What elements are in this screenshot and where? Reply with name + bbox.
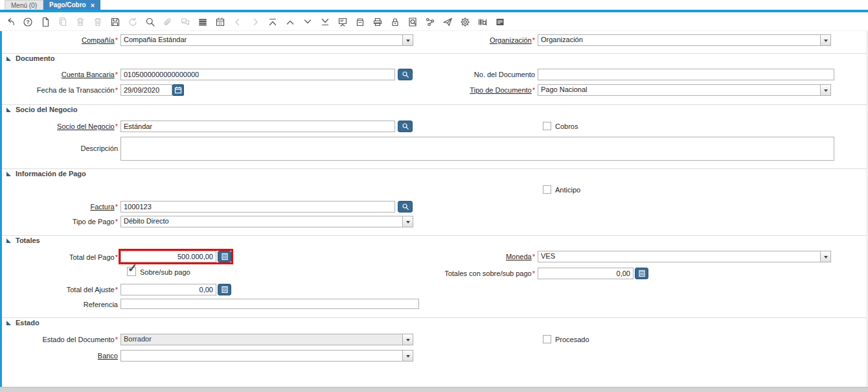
collapse-icon [6, 108, 11, 112]
tab-menu[interactable]: Menú (0) [5, 0, 43, 10]
new-record-icon[interactable] [40, 17, 51, 27]
total-ajuste-input[interactable] [120, 284, 216, 295]
refresh-icon[interactable] [128, 17, 138, 27]
chevron-down-icon[interactable] [402, 216, 413, 227]
chevron-down-icon[interactable] [820, 35, 830, 45]
socio-negocio-search-button[interactable] [398, 121, 413, 132]
previous-record-icon[interactable] [285, 17, 295, 27]
tab-pago-cobro-label: Pago/Cobro [49, 1, 86, 8]
sobre-sub-pago-checkbox[interactable]: ✓ [127, 267, 136, 276]
compania-value: Compañia Estándar [121, 35, 402, 45]
no-documento-label: No. del Documento [417, 70, 535, 79]
factura-search-button[interactable] [398, 201, 413, 213]
help-icon[interactable]: ? [23, 17, 33, 27]
totales-sobre-sub-input[interactable] [538, 268, 634, 279]
print-icon[interactable] [372, 17, 383, 27]
compania-combo[interactable]: Compañia Estándar [120, 34, 413, 46]
calendar-icon [174, 86, 182, 94]
banco-combo[interactable] [120, 350, 413, 362]
chevron-down-icon[interactable] [820, 85, 830, 95]
tipo-documento-label[interactable]: Tipo de Documento* [417, 86, 535, 95]
total-ajuste-calculator-button[interactable] [218, 284, 231, 295]
anticipo-checkbox[interactable] [543, 185, 551, 194]
cobros-checkbox[interactable] [543, 122, 551, 130]
no-documento-input[interactable] [538, 69, 834, 80]
cuenta-bancaria-label[interactable]: Cuenta Bancaria* [0, 70, 118, 79]
save-icon[interactable] [110, 17, 120, 27]
tab-pago-cobro[interactable]: Pago/Cobro × [43, 0, 100, 10]
section-separator [2, 53, 867, 54]
procesado-label: Procesado [555, 336, 589, 344]
section-socio[interactable]: Socio del Negocio [6, 106, 77, 113]
chevron-down-icon[interactable] [402, 35, 413, 45]
section-info-pago[interactable]: Información de Pago [6, 170, 86, 178]
total-pago-calculator-button[interactable] [218, 251, 231, 262]
tipo-pago-value: Débito Directo [121, 216, 402, 227]
moneda-label[interactable]: Moneda* [417, 252, 535, 261]
tipo-pago-combo[interactable]: Débito Directo [120, 216, 413, 227]
referencia-input[interactable] [120, 299, 419, 309]
procesado-checkbox[interactable] [543, 335, 551, 343]
moneda-combo[interactable]: VES [538, 251, 831, 262]
section-totales[interactable]: Totales [6, 236, 40, 244]
close-tab-icon[interactable]: × [91, 2, 95, 8]
organizacion-combo[interactable]: Organización [538, 34, 831, 46]
grid-toggle-icon[interactable] [198, 17, 208, 27]
banco-label[interactable]: Banco [0, 351, 118, 360]
history-icon[interactable]: 31 [215, 17, 225, 27]
send-mail-icon[interactable] [442, 17, 453, 27]
archive-icon[interactable] [355, 17, 365, 27]
chevron-down-icon[interactable] [820, 251, 830, 262]
tipo-documento-combo[interactable]: Pago Nacional [538, 84, 831, 96]
delete-record-icon[interactable] [75, 17, 86, 27]
sobre-sub-pago-label: Sobre/sub pago [140, 268, 190, 277]
print-preview-icon[interactable] [407, 17, 418, 27]
undo-icon[interactable] [5, 17, 16, 27]
total-pago-label: Total del Pago* [0, 253, 118, 262]
cuenta-bancaria-search-button[interactable] [398, 69, 413, 80]
svg-text:?: ? [26, 19, 29, 25]
cobros-label: Cobros [555, 122, 578, 131]
last-record-icon[interactable] [320, 17, 330, 27]
parent-record-icon[interactable] [233, 17, 243, 27]
preferences-icon[interactable] [460, 17, 470, 27]
find-icon[interactable] [145, 17, 155, 27]
section-documento[interactable]: Documento [6, 54, 55, 62]
socio-negocio-label[interactable]: Socio del Negocio* [0, 122, 118, 131]
banco-value [121, 351, 402, 361]
section-estado[interactable]: Estado [6, 319, 40, 327]
compania-label[interactable]: Compañía* [0, 36, 118, 45]
delete-selection-icon[interactable] [93, 17, 103, 27]
chevron-down-icon[interactable] [402, 351, 413, 361]
collapse-icon [6, 321, 11, 325]
detail-record-icon[interactable] [250, 17, 260, 27]
tab-bar: Menú (0) Pago/Cobro × [0, 0, 868, 10]
attachment-icon[interactable] [163, 17, 173, 27]
factura-input[interactable] [120, 201, 395, 213]
search-icon [402, 122, 409, 130]
quick-form-icon[interactable] [477, 17, 488, 27]
workflow-icon[interactable] [425, 17, 435, 27]
cuenta-bancaria-input[interactable] [120, 69, 395, 80]
calculator-icon [221, 253, 229, 260]
descripcion-textarea[interactable] [120, 137, 834, 161]
first-record-icon[interactable] [268, 17, 278, 27]
totales-sobre-sub-calculator-button[interactable] [635, 268, 648, 279]
fecha-transaccion-input[interactable] [120, 84, 172, 96]
customize-icon[interactable] [495, 17, 505, 27]
organizacion-label[interactable]: Organización* [417, 36, 535, 45]
moneda-value: VES [538, 251, 820, 262]
fecha-calendar-button[interactable] [172, 84, 184, 96]
chat-icon[interactable] [180, 17, 190, 27]
socio-negocio-input[interactable] [120, 121, 395, 132]
report-icon[interactable] [337, 17, 348, 27]
status-bar [0, 387, 868, 392]
total-ajuste-label: Total del Ajuste* [0, 285, 118, 294]
calculator-icon [221, 286, 229, 294]
copy-record-icon[interactable] [58, 17, 68, 27]
private-record-icon[interactable] [390, 17, 400, 27]
next-record-icon[interactable] [303, 17, 313, 27]
total-pago-input[interactable] [120, 251, 216, 262]
factura-label[interactable]: Factura* [0, 202, 118, 211]
section-separator [2, 235, 867, 236]
